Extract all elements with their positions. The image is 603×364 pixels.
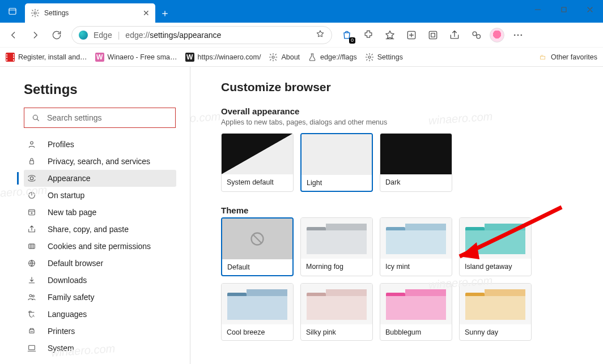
settings-title: Settings xyxy=(24,82,176,97)
settings-nav: ProfilesPrivacy, search, and servicesApp… xyxy=(24,136,176,357)
bookmark-item[interactable]: Settings xyxy=(365,53,403,62)
section-heading-appearance: Overall appearance xyxy=(221,106,593,116)
minimize-button[interactable] xyxy=(525,0,551,19)
favorite-star-icon[interactable] xyxy=(316,29,325,40)
svg-point-1 xyxy=(34,12,36,14)
theme-option-cool-breeze[interactable]: Cool breeze xyxy=(221,283,294,341)
nav-label: Appearance xyxy=(48,174,91,183)
card-label: Dark xyxy=(380,174,452,190)
theme-option-bubblegum[interactable]: Bubblegum xyxy=(380,283,452,341)
address-bar[interactable]: Edge | edge://settings/appearance xyxy=(71,26,332,44)
browser-tab[interactable]: Settings ✕ xyxy=(25,3,155,23)
nav-icon: A xyxy=(24,310,40,319)
nav-item-family-safety[interactable]: Family safety xyxy=(24,289,176,306)
nav-label: System xyxy=(48,344,74,353)
back-button[interactable] xyxy=(3,25,24,45)
appearance-option-light[interactable]: Light xyxy=(300,133,373,192)
svg-point-6 xyxy=(473,32,477,36)
card-label: Sunny day xyxy=(460,324,531,340)
search-placeholder: Search settings xyxy=(47,113,102,122)
history-button[interactable] xyxy=(423,25,443,45)
shopping-button[interactable]: 0 xyxy=(337,25,357,45)
profile-avatar[interactable] xyxy=(490,28,504,42)
nav-icon xyxy=(24,225,40,234)
appearance-option-system-default[interactable]: System default xyxy=(221,133,294,192)
nav-item-cookies-and-site-permissions[interactable]: Cookies and site permissions xyxy=(24,238,176,255)
theme-option-icy-mint[interactable]: Icy mint xyxy=(380,217,452,276)
forward-button[interactable] xyxy=(25,25,45,45)
settings-sidebar: Settings Search settings ProfilesPrivacy… xyxy=(0,67,190,364)
svg-point-14 xyxy=(31,142,33,144)
bookmark-item[interactable]: Whttps://winaero.com/ xyxy=(185,53,261,62)
nav-label: Printers xyxy=(48,327,75,336)
nav-item-appearance[interactable]: Appearance xyxy=(24,170,176,187)
svg-point-10 xyxy=(521,34,523,36)
theme-option-island-getaway[interactable]: Island getaway xyxy=(459,217,532,276)
performance-button[interactable] xyxy=(466,25,486,45)
nav-item-new-tab-page[interactable]: New tab page xyxy=(24,204,176,221)
settings-search-input[interactable]: Search settings xyxy=(24,108,176,128)
theme-option-default[interactable]: Default xyxy=(221,217,294,276)
bookmark-item[interactable]: ⋮⋮Register, install and… xyxy=(6,53,87,62)
collections-button[interactable] xyxy=(401,25,422,45)
share-button[interactable] xyxy=(444,25,465,45)
maximize-button[interactable] xyxy=(551,0,577,19)
tab-actions-button[interactable] xyxy=(0,0,25,23)
svg-rect-0 xyxy=(9,8,16,15)
nav-icon xyxy=(24,293,40,302)
tab-title: Settings xyxy=(44,9,69,17)
app-menu-button[interactable] xyxy=(508,25,528,45)
nav-item-languages[interactable]: ALanguages xyxy=(24,306,176,323)
extensions-button[interactable] xyxy=(358,25,379,45)
nav-label: Family safety xyxy=(48,293,94,302)
bookmark-item[interactable]: edge://flags xyxy=(308,53,357,62)
nav-label: Languages xyxy=(48,310,87,319)
favicon-icon: ⋮⋮ xyxy=(6,53,15,62)
nav-icon xyxy=(24,157,40,166)
gear-icon xyxy=(269,53,278,62)
card-label: Bubblegum xyxy=(380,324,452,340)
nav-item-printers[interactable]: Printers xyxy=(24,323,176,340)
svg-rect-2 xyxy=(562,7,566,12)
bookmark-item[interactable]: WWinaero - Free sma… xyxy=(95,53,177,62)
nav-item-privacy-search-and-services[interactable]: Privacy, search, and services xyxy=(24,153,176,170)
svg-text:A: A xyxy=(32,314,35,318)
new-tab-button[interactable]: ＋ xyxy=(155,3,175,23)
nav-item-default-browser[interactable]: Default browser xyxy=(24,255,176,272)
card-label: Cool breeze xyxy=(222,324,293,340)
appearance-options: System defaultLightDark xyxy=(221,133,593,192)
browser-toolbar: Edge | edge://settings/appearance 0 xyxy=(0,23,603,48)
svg-rect-25 xyxy=(29,345,35,349)
window-controls xyxy=(525,0,603,19)
nav-item-profiles[interactable]: Profiles xyxy=(24,136,176,153)
close-tab-icon[interactable]: ✕ xyxy=(143,8,150,18)
nav-item-system[interactable]: System xyxy=(24,340,176,357)
section-heading-theme: Theme xyxy=(221,205,593,215)
favicon-icon: W xyxy=(95,53,104,62)
nav-item-on-startup[interactable]: On startup xyxy=(24,187,176,204)
nav-label: Share, copy, and paste xyxy=(48,225,129,234)
svg-point-11 xyxy=(272,56,274,58)
svg-rect-15 xyxy=(30,161,34,164)
appearance-option-dark[interactable]: Dark xyxy=(380,133,452,192)
search-icon xyxy=(31,113,40,122)
theme-option-morning-fog[interactable]: Morning fog xyxy=(300,217,373,276)
theme-option-sunny-day[interactable]: Sunny day xyxy=(459,283,532,341)
svg-point-8 xyxy=(514,34,516,36)
bookmark-item[interactable]: About xyxy=(269,53,300,62)
settings-main: Customize browser Overall appearance App… xyxy=(190,67,603,364)
gear-icon xyxy=(365,53,374,62)
favorites-button[interactable] xyxy=(380,25,400,45)
nav-item-downloads[interactable]: Downloads xyxy=(24,272,176,289)
svg-point-9 xyxy=(517,34,519,36)
content-area: Settings Search settings ProfilesPrivacy… xyxy=(0,67,603,364)
close-window-button[interactable] xyxy=(577,0,603,19)
nav-item-share-copy-and-paste[interactable]: Share, copy, and paste xyxy=(24,221,176,238)
svg-rect-5 xyxy=(431,33,435,37)
svg-point-22 xyxy=(32,295,34,297)
refresh-button[interactable] xyxy=(46,25,67,45)
card-label: Island getaway xyxy=(460,259,531,275)
folder-icon: 🗀 xyxy=(538,53,547,62)
theme-option-silky-pink[interactable]: Silky pink xyxy=(300,283,373,341)
other-favorites[interactable]: 🗀Other favorites xyxy=(538,53,597,62)
